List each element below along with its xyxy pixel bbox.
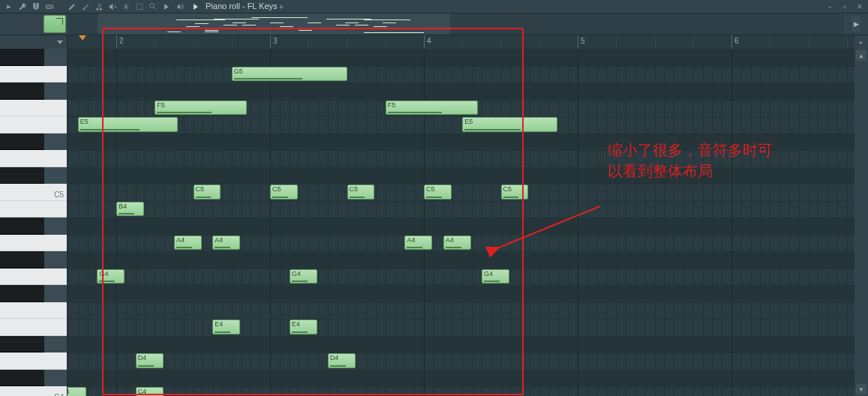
note-grid[interactable]: G5F5F5E5E5C5C5C5C5C5B4A4A4A4A4G4G4G4E4E4… bbox=[68, 49, 854, 396]
piano-key[interactable]: C5 bbox=[0, 184, 67, 201]
midi-note[interactable]: F5 bbox=[155, 100, 247, 116]
midi-note[interactable]: C5 bbox=[501, 184, 529, 200]
bar-number: 5 bbox=[581, 37, 585, 45]
piano-key[interactable] bbox=[0, 150, 67, 167]
playback-icon[interactable] bbox=[161, 2, 173, 12]
midi-note[interactable]: E4 bbox=[290, 320, 317, 334]
midi-note[interactable]: E5 bbox=[462, 117, 557, 132]
piano-key[interactable] bbox=[0, 167, 44, 184]
midi-note[interactable]: B4 bbox=[116, 202, 144, 217]
overview-scroll-right[interactable]: ▶ bbox=[851, 16, 860, 32]
scroll-down-button[interactable]: ▼ bbox=[856, 384, 866, 394]
midi-note[interactable]: E5 bbox=[78, 117, 178, 132]
slice-icon[interactable] bbox=[120, 2, 132, 12]
window-title: Piano roll - FL Keys ▸ bbox=[206, 2, 284, 11]
ruler-scroll-right[interactable]: ▸ bbox=[854, 35, 868, 49]
midi-note[interactable]: C4 bbox=[68, 387, 86, 396]
piano-key[interactable] bbox=[0, 116, 67, 134]
minimize-button[interactable]: - bbox=[824, 2, 835, 12]
zoom-icon[interactable] bbox=[147, 2, 159, 12]
vertical-scrollbar[interactable]: ▲ ▼ bbox=[854, 49, 868, 396]
midi-note[interactable]: G4 bbox=[97, 269, 125, 284]
overview-corner bbox=[0, 14, 68, 34]
piano-key[interactable] bbox=[0, 285, 44, 302]
midi-note[interactable]: C5 bbox=[424, 184, 452, 200]
timeline-ruler[interactable]: 23456 bbox=[68, 35, 854, 49]
speaker-icon[interactable] bbox=[174, 2, 186, 12]
titlebar: ▸ Piano roll - FL Keys ▸ - ▫ × bbox=[0, 0, 868, 13]
bar-number: 6 bbox=[734, 37, 739, 45]
midi-note[interactable]: F5 bbox=[386, 100, 478, 116]
separator bbox=[57, 2, 65, 12]
piano-key[interactable] bbox=[0, 251, 44, 268]
midi-note[interactable]: C5 bbox=[194, 184, 221, 200]
midi-note[interactable]: A4 bbox=[174, 236, 202, 250]
maximize-button[interactable]: ▫ bbox=[839, 2, 850, 12]
piano-key[interactable] bbox=[0, 268, 67, 286]
key-label: C4 bbox=[54, 393, 64, 397]
midi-note[interactable]: A4 bbox=[212, 236, 240, 250]
piano-key[interactable] bbox=[0, 66, 67, 83]
bar-number: 2 bbox=[119, 37, 124, 45]
key-label: C5 bbox=[54, 190, 64, 199]
midi-note[interactable]: A4 bbox=[443, 236, 471, 250]
mute-icon[interactable] bbox=[107, 2, 119, 12]
magnet-icon[interactable] bbox=[30, 2, 42, 12]
window-controls: - ▫ × bbox=[824, 2, 865, 12]
cut-icon[interactable] bbox=[93, 2, 105, 12]
midi-note[interactable]: G5 bbox=[232, 67, 347, 82]
piano-key[interactable] bbox=[0, 370, 44, 387]
piano-key[interactable] bbox=[0, 336, 44, 353]
bar-number: 3 bbox=[273, 37, 278, 45]
channel-button[interactable] bbox=[44, 15, 66, 33]
options-menu-icon[interactable]: ▸ bbox=[3, 2, 15, 12]
link-icon[interactable] bbox=[44, 2, 56, 12]
piano-key[interactable] bbox=[0, 49, 44, 66]
svg-rect-0 bbox=[137, 4, 143, 10]
wrench-icon[interactable] bbox=[17, 2, 29, 12]
midi-note[interactable]: C5 bbox=[270, 184, 298, 200]
brush-icon[interactable] bbox=[80, 2, 92, 12]
play-icon[interactable] bbox=[192, 3, 200, 10]
midi-note[interactable]: G4 bbox=[482, 269, 509, 284]
piano-key[interactable] bbox=[0, 302, 67, 320]
piano-key[interactable] bbox=[0, 134, 44, 151]
piano-key[interactable] bbox=[0, 82, 44, 100]
midi-note[interactable]: D4 bbox=[136, 353, 164, 368]
piano-key[interactable] bbox=[0, 201, 67, 218]
piano-key[interactable] bbox=[0, 352, 67, 370]
toolbar: ▸ bbox=[0, 2, 189, 12]
overview-panel[interactable] bbox=[68, 14, 844, 34]
piano-key[interactable] bbox=[0, 218, 44, 235]
piano-key[interactable] bbox=[0, 100, 67, 117]
pencil-icon[interactable] bbox=[66, 2, 78, 12]
midi-note[interactable]: E4 bbox=[212, 320, 240, 334]
piano-key[interactable]: C4 bbox=[0, 386, 67, 396]
ruler-row: 23456 ▸ bbox=[0, 35, 868, 49]
midi-note[interactable]: G4 bbox=[290, 269, 317, 284]
piano-key[interactable] bbox=[0, 319, 67, 336]
svg-point-1 bbox=[150, 3, 155, 8]
bar-number: 4 bbox=[427, 37, 431, 45]
select-icon[interactable] bbox=[134, 2, 146, 12]
scroll-up-button[interactable]: ▲ bbox=[856, 50, 866, 61]
overview-strip: ▶ bbox=[0, 13, 868, 35]
midi-note[interactable]: D4 bbox=[328, 353, 356, 368]
midi-note[interactable]: C5 bbox=[347, 184, 375, 200]
piano-key[interactable] bbox=[0, 235, 67, 252]
main-area: C5C4 G5F5F5E5E5C5C5C5C5C5B4A4A4A4A4G4G4G… bbox=[0, 49, 868, 396]
piano-keys[interactable]: C5C4 bbox=[0, 49, 68, 396]
ruler-gutter[interactable] bbox=[0, 35, 68, 49]
close-button[interactable]: × bbox=[854, 2, 865, 12]
midi-note[interactable]: C4 bbox=[136, 387, 164, 396]
midi-note[interactable]: A4 bbox=[404, 236, 432, 250]
